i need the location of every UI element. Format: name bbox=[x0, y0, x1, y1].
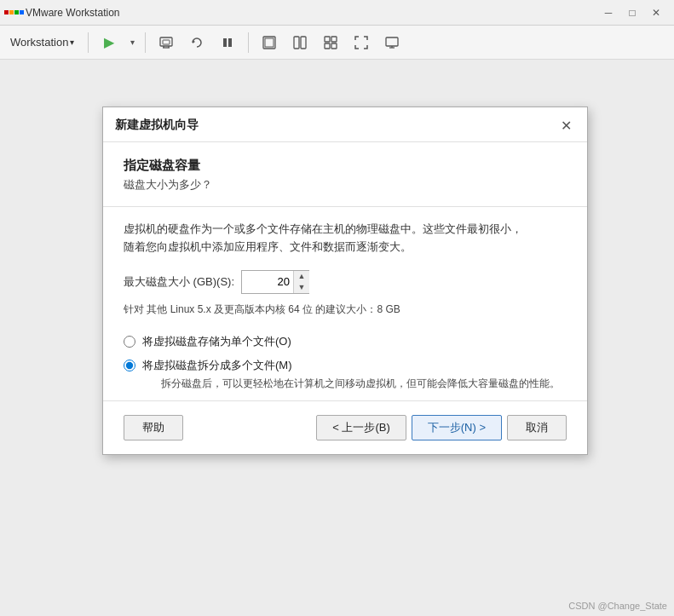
title-bar: VMware Workstation ─ □ ✕ bbox=[0, 0, 674, 26]
radio-multiple-files[interactable] bbox=[124, 360, 135, 371]
app-title: VMware Workstation bbox=[26, 7, 597, 19]
dropdown-icon: ▾ bbox=[70, 37, 74, 47]
snapshot-icon bbox=[158, 35, 174, 50]
main-area: 新建虚拟机向导 ✕ 指定磁盘容量 磁盘大小为多少？ 虚拟机的硬盘作为一个或多个文… bbox=[0, 60, 674, 616]
suspend-icon bbox=[220, 35, 235, 50]
workstation-menu[interactable]: Workstation ▾ bbox=[3, 32, 81, 52]
window-controls: ─ □ ✕ bbox=[597, 4, 667, 21]
fullscreen-icon bbox=[354, 35, 369, 50]
maximize-button[interactable]: □ bbox=[621, 4, 643, 21]
layout2-icon bbox=[292, 35, 308, 50]
snapshot-button[interactable] bbox=[153, 31, 180, 55]
revert-button[interactable] bbox=[183, 31, 210, 55]
back-button[interactable]: < 上一步(B) bbox=[316, 415, 406, 440]
radio-multiple-label[interactable]: 将虚拟磁盘拆分成多个文件(M) bbox=[142, 359, 292, 371]
console-button[interactable] bbox=[378, 31, 406, 55]
radio-single-file[interactable] bbox=[124, 336, 135, 348]
console-icon bbox=[384, 35, 400, 50]
play-button[interactable]: ▶ bbox=[95, 31, 123, 55]
cancel-button[interactable]: 取消 bbox=[507, 415, 567, 440]
gb-spinner: ▲ ▼ bbox=[293, 271, 309, 293]
new-vm-wizard-dialog: 新建虚拟机向导 ✕ 指定磁盘容量 磁盘大小为多少？ 虚拟机的硬盘作为一个或多个文… bbox=[102, 107, 588, 455]
radio-multiple-desc: 拆分磁盘后，可以更轻松地在计算机之间移动虚拟机，但可能会降低大容量磁盘的性能。 bbox=[161, 376, 560, 392]
svg-rect-9 bbox=[265, 38, 274, 47]
app-icon bbox=[7, 6, 20, 20]
svg-rect-7 bbox=[228, 38, 232, 47]
svg-rect-1 bbox=[163, 40, 170, 44]
svg-rect-6 bbox=[223, 38, 227, 47]
fullscreen-button[interactable] bbox=[348, 31, 375, 55]
dialog-body: 指定磁盘容量 磁盘大小为多少？ 虚拟机的硬盘作为一个或多个文件存储在主机的物理磁… bbox=[103, 142, 587, 392]
svg-rect-14 bbox=[325, 43, 330, 49]
dialog-close-button[interactable]: ✕ bbox=[556, 116, 575, 135]
radio-option-single: 将虚拟磁盘存储为单个文件(O) bbox=[124, 334, 567, 349]
radio-option-multiple: 将虚拟磁盘拆分成多个文件(M) 拆分磁盘后，可以更轻松地在计算机之间移动虚拟机，… bbox=[124, 358, 567, 392]
radio-single-label[interactable]: 将虚拟磁盘存储为单个文件(O) bbox=[142, 335, 291, 348]
gb-increment-button[interactable]: ▲ bbox=[294, 271, 309, 282]
close-button[interactable]: ✕ bbox=[645, 4, 667, 21]
menu-separator-3 bbox=[248, 32, 249, 53]
description-text: 虚拟机的硬盘作为一个或多个文件存储在主机的物理磁盘中。这些文件最初很小， 随着您… bbox=[124, 221, 567, 256]
help-button[interactable]: 帮助 bbox=[124, 415, 183, 440]
dialog-title-bar: 新建虚拟机向导 ✕ bbox=[103, 107, 587, 142]
gb-input-wrap: ▲ ▼ bbox=[241, 270, 309, 294]
gb-decrement-button[interactable]: ▼ bbox=[294, 282, 309, 293]
section-title: 指定磁盘容量 bbox=[124, 158, 567, 174]
watermark: CSDN @Change_State bbox=[568, 601, 667, 611]
suspend-button[interactable] bbox=[214, 31, 241, 55]
gb-input[interactable] bbox=[242, 271, 293, 293]
layout2-button[interactable] bbox=[286, 31, 314, 55]
svg-rect-12 bbox=[325, 37, 330, 42]
footer-left: 帮助 bbox=[124, 415, 311, 440]
dialog-divider bbox=[103, 206, 587, 207]
svg-rect-11 bbox=[301, 37, 306, 49]
svg-rect-16 bbox=[386, 37, 398, 46]
radio-group: 将虚拟磁盘存储为单个文件(O) 将虚拟磁盘拆分成多个文件(M) 拆分磁盘后，可以… bbox=[124, 334, 567, 392]
recommendation-text: 针对 其他 Linux 5.x 及更高版本内核 64 位 的建议大小：8 GB bbox=[124, 302, 567, 317]
gb-label: 最大磁盘大小 (GB)(S): bbox=[124, 274, 234, 290]
layout3-button[interactable] bbox=[317, 31, 344, 55]
svg-rect-10 bbox=[294, 37, 299, 49]
next-button[interactable]: 下一步(N) > bbox=[412, 415, 502, 440]
svg-marker-5 bbox=[193, 40, 195, 43]
layout1-button[interactable] bbox=[256, 31, 283, 55]
menu-bar: Workstation ▾ ▶ ▾ bbox=[0, 26, 674, 60]
layout1-icon bbox=[262, 35, 277, 50]
play-icon: ▶ bbox=[104, 34, 114, 50]
dialog-footer: 帮助 < 上一步(B) 下一步(N) > 取消 bbox=[103, 400, 587, 454]
layout3-icon bbox=[323, 35, 338, 50]
minimize-button[interactable]: ─ bbox=[597, 4, 619, 21]
revert-icon bbox=[189, 35, 205, 50]
menu-separator-1 bbox=[88, 32, 89, 53]
svg-rect-13 bbox=[331, 37, 337, 42]
gb-row: 最大磁盘大小 (GB)(S): ▲ ▼ bbox=[124, 270, 567, 294]
svg-rect-15 bbox=[331, 43, 337, 49]
section-subtitle: 磁盘大小为多少？ bbox=[124, 177, 567, 193]
play-dropdown-button[interactable]: ▾ bbox=[126, 31, 138, 55]
menu-separator-2 bbox=[145, 32, 146, 53]
dialog-title: 新建虚拟机向导 bbox=[115, 118, 199, 133]
